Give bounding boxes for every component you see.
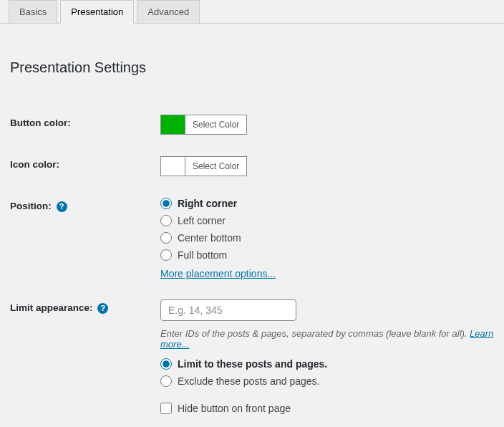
button-color-label: Button color: [10, 105, 160, 146]
tab-advanced[interactable]: Advanced [137, 0, 200, 24]
limit-include-radio[interactable] [160, 358, 172, 370]
icon-color-label: Icon color: [10, 146, 160, 188]
limit-label: Limit appearance: ? [10, 289, 160, 427]
limit-exclude-radio[interactable] [160, 375, 172, 387]
limit-ids-input[interactable] [160, 299, 296, 321]
position-right-radio[interactable] [160, 198, 172, 209]
position-center-text: Center bottom [178, 232, 241, 244]
position-center[interactable]: Center bottom [160, 232, 494, 244]
position-label-text: Position: [10, 201, 52, 211]
position-right[interactable]: Right corner [160, 198, 494, 209]
button-color-swatch [161, 115, 185, 134]
hide-front[interactable]: Hide button on front page [160, 403, 494, 414]
limit-exclude[interactable]: Exclude these posts and pages. [160, 375, 494, 387]
icon-color-picker[interactable]: Select Color [160, 156, 247, 176]
button-color-picker[interactable]: Select Color [160, 115, 247, 135]
limit-include[interactable]: Limit to these posts and pages. [160, 358, 494, 370]
position-full[interactable]: Full bottom [160, 249, 494, 261]
limit-options: Limit to these posts and pages. Exclude … [160, 358, 494, 387]
position-left[interactable]: Left corner [160, 215, 494, 226]
page-title: Presentation Settings [10, 59, 494, 76]
position-full-text: Full bottom [178, 249, 227, 261]
position-label: Position: ? [10, 188, 160, 289]
tab-presentation[interactable]: Presentation [60, 0, 134, 24]
position-left-radio[interactable] [160, 215, 172, 226]
hide-front-checkbox[interactable] [160, 403, 172, 414]
position-left-text: Left corner [178, 215, 226, 226]
tab-basics[interactable]: Basics [9, 0, 57, 24]
select-color-label: Select Color [185, 157, 246, 176]
limit-label-text: Limit appearance: [10, 302, 93, 313]
tab-bar: Basics Presentation Advanced [0, 0, 504, 24]
help-icon[interactable]: ? [97, 303, 108, 314]
more-placement-link[interactable]: More placement options... [160, 268, 276, 279]
position-right-text: Right corner [178, 198, 237, 209]
icon-color-swatch [161, 157, 185, 176]
position-options: Right corner Left corner Center bottom F… [160, 198, 494, 279]
settings-content: Presentation Settings Button color: Sele… [0, 24, 504, 427]
position-center-radio[interactable] [160, 232, 172, 244]
hide-front-text: Hide button on front page [178, 403, 291, 414]
help-icon[interactable]: ? [57, 201, 67, 212]
position-full-radio[interactable] [160, 249, 172, 261]
hide-front-group: Hide button on front page [160, 403, 494, 414]
settings-form: Button color: Select Color Icon color: S… [10, 105, 494, 427]
limit-include-text: Limit to these posts and pages. [178, 358, 327, 370]
select-color-label: Select Color [185, 115, 246, 134]
limit-description: Enter IDs of the posts & pages, separate… [160, 328, 494, 350]
limit-exclude-text: Exclude these posts and pages. [178, 375, 319, 387]
limit-description-text: Enter IDs of the posts & pages, separate… [160, 328, 470, 339]
